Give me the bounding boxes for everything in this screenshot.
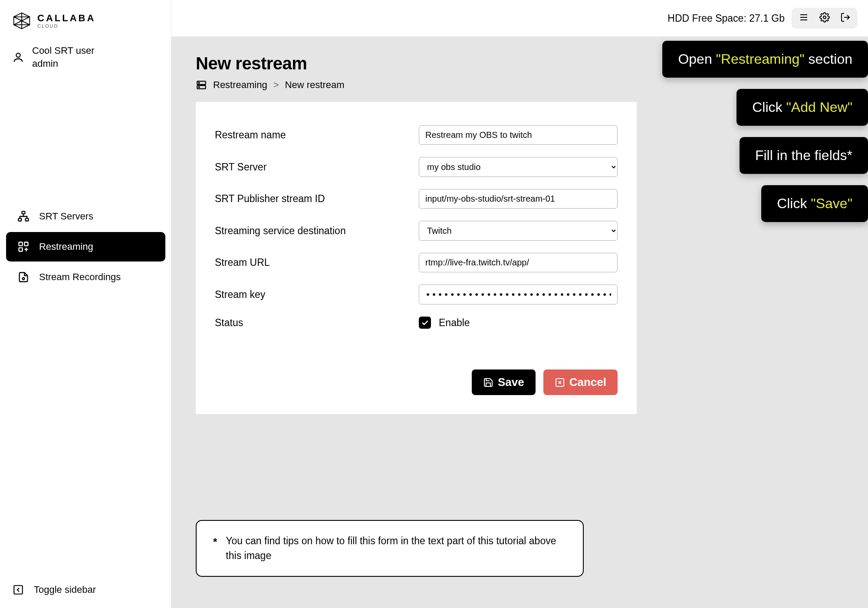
- cancel-button[interactable]: Cancel: [543, 369, 618, 395]
- save-icon: [483, 377, 493, 388]
- nav-label: SRT Servers: [39, 211, 93, 222]
- user-icon: [12, 51, 24, 63]
- menu-button[interactable]: [793, 10, 814, 27]
- nav-item-srt-servers[interactable]: SRT Servers: [6, 202, 165, 231]
- gear-icon: [819, 12, 830, 24]
- collapse-icon: [12, 584, 24, 596]
- svg-rect-9: [14, 585, 23, 594]
- save-button-label: Save: [498, 376, 524, 389]
- label-stream-key: Stream key: [215, 289, 419, 301]
- svg-point-14: [199, 87, 200, 88]
- callout-add-new: Click "Add New": [736, 89, 868, 126]
- instruction-callouts: Open "Restreaming" section Click "Add Ne…: [662, 41, 868, 222]
- label-restream-name: Restream name: [215, 129, 419, 141]
- svg-rect-2: [22, 212, 25, 214]
- servers-icon: [17, 210, 30, 222]
- destination-select[interactable]: Twitch: [419, 221, 618, 241]
- nav-label: Stream Recordings: [39, 271, 121, 283]
- logout-button[interactable]: [835, 10, 856, 27]
- svg-rect-3: [18, 219, 21, 221]
- srt-server-select[interactable]: my obs studio: [419, 157, 618, 177]
- breadcrumb-link[interactable]: Restreaming: [213, 79, 267, 91]
- content: Open "Restreaming" section Click "Add Ne…: [171, 36, 868, 608]
- restream-name-input[interactable]: [419, 125, 618, 145]
- settings-button[interactable]: [814, 10, 835, 27]
- label-stream-url: Stream URL: [215, 257, 419, 268]
- toggle-sidebar[interactable]: Toggle sidebar: [12, 584, 159, 596]
- user-name: Cool SRT user: [32, 44, 94, 57]
- logout-icon: [840, 12, 851, 24]
- svg-point-10: [823, 16, 826, 19]
- label-publisher-id: SRT Publisher stream ID: [215, 193, 419, 205]
- svg-rect-5: [19, 242, 23, 246]
- svg-rect-7: [19, 248, 23, 252]
- sidebar: CALLABA CLOUD Cool SRT user admin: [0, 0, 171, 608]
- topbar: HDD Free Space: 27.1 Gb: [171, 0, 868, 36]
- callout-click-save: Click "Save": [761, 185, 868, 222]
- publisher-id-input[interactable]: [419, 189, 618, 209]
- main: HDD Free Space: 27.1 Gb: [171, 0, 868, 608]
- recordings-icon: [17, 271, 30, 283]
- menu-icon: [799, 12, 809, 24]
- brand-subtitle: CLOUD: [37, 24, 95, 29]
- topbar-actions: [792, 8, 858, 29]
- label-status: Status: [215, 317, 419, 329]
- nav: SRT Servers Restreaming: [0, 202, 171, 292]
- callout-fill-fields: Fill in the fields*: [740, 137, 868, 174]
- breadcrumb-icon: [196, 79, 207, 91]
- stream-url-input[interactable]: [419, 253, 618, 272]
- cancel-icon: [555, 377, 565, 388]
- brand: CALLABA CLOUD: [0, 0, 171, 38]
- brand-logo-icon: [12, 11, 31, 30]
- enable-checkbox[interactable]: [419, 317, 431, 329]
- label-srt-server: SRT Server: [215, 161, 419, 173]
- restreaming-icon: [17, 241, 30, 253]
- tip-text: You can find tips on how to fill this fo…: [226, 534, 566, 563]
- enable-label: Enable: [439, 317, 470, 329]
- form-card: Restream name SRT Server my obs studio S…: [196, 102, 637, 414]
- label-destination: Streaming service destination: [215, 225, 419, 237]
- brand-title: CALLABA: [37, 13, 95, 23]
- stream-key-input[interactable]: [419, 284, 618, 304]
- save-button[interactable]: Save: [472, 369, 536, 395]
- tip-box: * You can find tips on how to fill this …: [196, 520, 584, 577]
- svg-point-13: [199, 82, 200, 83]
- svg-rect-4: [26, 219, 29, 221]
- breadcrumb-separator: >: [273, 79, 279, 91]
- tip-asterisk: *: [213, 535, 217, 563]
- free-space-text: HDD Free Space: 27.1 Gb: [667, 13, 785, 24]
- user-role: admin: [32, 57, 94, 70]
- svg-point-8: [23, 278, 25, 280]
- svg-point-1: [16, 53, 20, 57]
- breadcrumb-current: New restream: [285, 79, 345, 91]
- cancel-button-label: Cancel: [569, 376, 606, 389]
- nav-label: Restreaming: [39, 241, 93, 252]
- user-block: Cool SRT user admin: [0, 38, 171, 80]
- svg-rect-6: [24, 242, 28, 246]
- toggle-sidebar-label: Toggle sidebar: [34, 584, 96, 595]
- nav-item-recordings[interactable]: Stream Recordings: [6, 262, 165, 292]
- callout-open-restreaming: Open "Restreaming" section: [662, 41, 868, 78]
- nav-item-restreaming[interactable]: Restreaming: [6, 232, 165, 262]
